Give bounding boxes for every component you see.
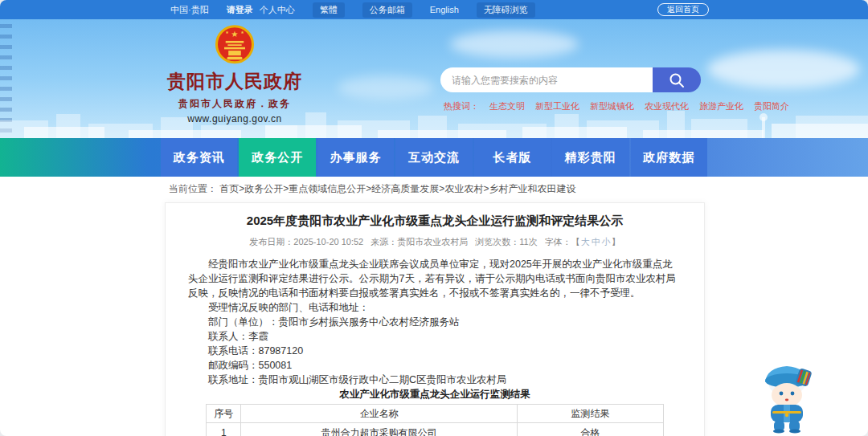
search-bar xyxy=(440,67,701,92)
article-paragraph: 受理情况反映的部门、电话和地址： xyxy=(188,300,682,315)
site-subtitle: 贵阳市人民政府．政务 xyxy=(166,97,304,111)
search-input[interactable] xyxy=(440,67,653,92)
topbar-link-accessibility[interactable]: 无障碍浏览 xyxy=(477,2,535,18)
article-paragraph: 部门（单位）：贵阳市乡村振兴服务中心农村经济服务站 xyxy=(188,315,682,329)
topbar-links: 中国·贵阳 请登录 个人中心 繁體 公务邮箱 English 无障碍浏览 xyxy=(170,2,535,18)
national-emblem-icon: ★ ★ ★ xyxy=(214,24,256,67)
publish-date: 发布日期：2025-10-20 10:52 xyxy=(249,236,363,248)
article-body: 经贵阳市农业产业化市级重点龙头企业联席会议成员单位审定，现对2025年开展的农业… xyxy=(188,257,682,436)
col-header-number: 序号 xyxy=(207,405,241,423)
row-number: 1 xyxy=(207,423,241,436)
site-header-banner: ★ ★ ★ 贵阳市人民政府 贵阳市人民政府．政务 www.guiyang.gov… xyxy=(0,19,868,138)
hot-link-guiyang-intro[interactable]: 贵阳简介 xyxy=(754,100,789,112)
hot-search-row: 热搜词： 生态文明 新型工业化 新型城镇化 农业现代化 旅游产业化 贵阳简介 xyxy=(444,100,789,112)
search-icon xyxy=(668,71,686,89)
browser-page: 中国·贵阳 请登录 个人中心 繁體 公务邮箱 English 无障碍浏览 返回首… xyxy=(0,0,868,436)
cloud-decor xyxy=(450,31,579,58)
site-name: 贵阳市人民政府 xyxy=(166,69,304,94)
svg-text:★: ★ xyxy=(225,30,229,35)
topbar-link-traditional-chinese[interactable]: 繁體 xyxy=(313,2,345,18)
company-name: 贵州合力超市采购有限公司 xyxy=(241,423,517,436)
article-paragraph: 联系地址：贵阳市观山湖区市级行政中心二期C区贵阳市农业农村局 xyxy=(188,373,682,387)
article-title: 2025年度贵阳市农业产业化市级重点龙头企业运行监测和评定结果公示 xyxy=(166,214,704,229)
site-url: www.guiyang.gov.cn xyxy=(166,113,304,124)
table-header-row: 序号 企业名称 监测结果 xyxy=(207,405,664,423)
font-size-control: 字体：【大中小】 xyxy=(545,236,620,248)
return-home-button[interactable]: 返回首页 xyxy=(657,3,709,16)
col-header-company: 企业名称 xyxy=(241,405,517,423)
main-nav-bar: 政务资讯 政务公开 办事服务 互动交流 长者版 精彩贵阳 政府数据 xyxy=(0,138,868,177)
main-nav-items: 政务资讯 政务公开 办事服务 互动交流 长者版 精彩贵阳 政府数据 xyxy=(161,138,707,177)
hot-link-industrialization[interactable]: 新型工业化 xyxy=(535,100,579,112)
breadcrumb-label: 当前位置： xyxy=(169,183,217,194)
topbar-link-personal-center[interactable]: 个人中心 xyxy=(260,4,295,16)
topbar-link-english[interactable]: English xyxy=(430,5,459,14)
article-paragraph: 邮政编码：550081 xyxy=(188,358,682,373)
hot-link-agri-modernization[interactable]: 农业现代化 xyxy=(645,100,689,112)
article-paragraph: 联系电话：87987120 xyxy=(188,344,682,358)
font-size-bracket: 】 xyxy=(612,237,620,247)
article-source: 来源：贵阳市农业农村局 xyxy=(371,236,468,248)
nav-item-zhangzhe-ban[interactable]: 长者版 xyxy=(474,138,551,177)
nav-item-hudong-jiaoliu[interactable]: 互动交流 xyxy=(395,138,472,177)
cloud-decor xyxy=(338,75,434,100)
site-logo-block[interactable]: ★ ★ ★ 贵阳市人民政府 贵阳市人民政府．政务 www.guiyang.gov… xyxy=(166,24,304,124)
svg-text:★: ★ xyxy=(231,30,238,39)
font-size-large[interactable]: 大 xyxy=(581,237,590,247)
col-header-result: 监测结果 xyxy=(517,405,663,423)
article-meta: 发布日期：2025-10-20 10:52 来源：贵阳市农业农村局 浏览次数：1… xyxy=(166,236,704,248)
monitoring-result-table: 序号 企业名称 监测结果 1 贵州合力超市采购有限公司 合格 2 贵州友禾种业有… xyxy=(206,404,664,436)
nav-item-zhengfu-shuju[interactable]: 政府数据 xyxy=(631,138,707,177)
article-paragraph: 联系人：李霞 xyxy=(188,329,682,344)
hot-link-eco[interactable]: 生态文明 xyxy=(489,100,525,112)
table-row: 1 贵州合力超市采购有限公司 合格 xyxy=(207,423,664,436)
breadcrumb: 当前位置： 首页>政务公开>重点领域信息公开>经济高质量发展>农业农村>乡村产业… xyxy=(169,177,575,201)
monitor-result: 合格 xyxy=(517,423,663,436)
svg-text:★: ★ xyxy=(240,30,244,35)
nav-item-jingcai-guiyang[interactable]: 精彩贵阳 xyxy=(552,138,628,177)
mascot-assistant-icon[interactable] xyxy=(757,358,817,434)
cloud-decor xyxy=(707,50,860,88)
nav-item-zhengwu-zixun[interactable]: 政务资讯 xyxy=(161,138,237,177)
font-size-small[interactable]: 小 xyxy=(602,237,611,247)
topbar-link-official-mail[interactable]: 公务邮箱 xyxy=(362,2,412,18)
view-count: 浏览次数：11次 xyxy=(475,236,537,248)
topbar-link-login[interactable]: 请登录 xyxy=(227,4,253,16)
topbar-link-china-guiyang[interactable]: 中国·贵阳 xyxy=(170,4,209,16)
nav-item-zhengwu-gongkai[interactable]: 政务公开 xyxy=(239,138,315,177)
result-table-title: 农业产业化市级重点龙头企业运行监测结果 xyxy=(188,387,682,401)
breadcrumb-path[interactable]: 首页>政务公开>重点领域信息公开>经济高质量发展>农业农村>乡村产业和农田建设 xyxy=(219,183,575,194)
search-button[interactable] xyxy=(653,67,701,92)
hot-link-tourism[interactable]: 旅游产业化 xyxy=(699,100,743,112)
top-utility-bar: 中国·贵阳 请登录 个人中心 繁體 公务邮箱 English 无障碍浏览 返回首… xyxy=(0,0,868,19)
hot-link-urbanization[interactable]: 新型城镇化 xyxy=(590,100,634,112)
font-size-medium[interactable]: 中 xyxy=(592,237,600,247)
font-size-label: 字体：【 xyxy=(545,237,580,247)
article-paragraph: 经贵阳市农业产业化市级重点龙头企业联席会议成员单位审定，现对2025年开展的农业… xyxy=(188,257,682,300)
hot-search-label: 热搜词： xyxy=(444,100,479,112)
nav-item-banshi-fuwu[interactable]: 办事服务 xyxy=(317,138,394,177)
article-card: 2025年度贵阳市农业产业化市级重点龙头企业运行监测和评定结果公示 发布日期：2… xyxy=(165,202,705,436)
